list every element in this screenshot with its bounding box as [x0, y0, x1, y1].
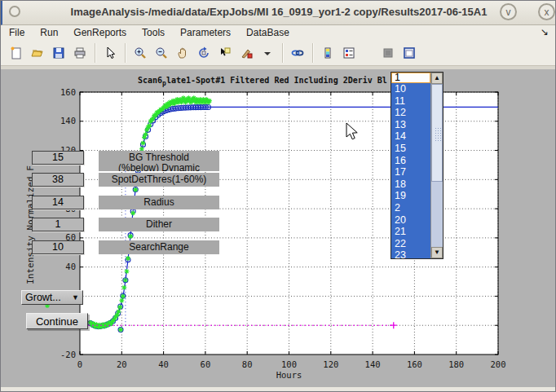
searchrange-input[interactable]: 10 — [32, 240, 84, 254]
list-item-22[interactable]: 22 — [391, 238, 430, 250]
list-item-12[interactable]: 12 — [391, 107, 430, 119]
menu-item-genreports[interactable]: GenReports — [73, 27, 126, 38]
list-item-13[interactable]: 13 — [391, 119, 430, 131]
window-title: ImageAnalysis-/media/data/ExpJobs/MI 16_… — [2, 6, 555, 18]
list-item-21[interactable]: 21 — [391, 226, 430, 238]
pan-hand-icon[interactable] — [172, 42, 193, 64]
spot-number-listbox[interactable]: 110111213141516171819220212223 ▲ ▼ — [391, 72, 443, 259]
list-item-16[interactable]: 16 — [391, 155, 430, 167]
bg-threshold-label: BG Threshold(%below) Dynamic — [99, 151, 219, 171]
list-item-20[interactable]: 20 — [391, 214, 430, 227]
list-item-10[interactable]: 10 — [391, 83, 430, 95]
chevron-down-icon: ▼ — [72, 293, 79, 302]
data-cursor-icon[interactable] — [214, 42, 236, 64]
list-item-1[interactable]: 1 — [391, 73, 430, 83]
list-item-17[interactable]: 17 — [391, 166, 430, 178]
scroll-down-icon[interactable]: ▼ — [431, 247, 443, 258]
scrollbar-thumb[interactable] — [431, 84, 443, 182]
dither-input[interactable]: 1 — [32, 218, 84, 231]
colorbar-icon[interactable] — [317, 42, 338, 64]
spotdetthres-label: SpotDetThres(1-60%) — [99, 173, 219, 187]
brush-dropdown-icon[interactable] — [257, 42, 278, 64]
dither-label: Dither — [99, 218, 219, 231]
open-folder-icon[interactable] — [27, 42, 48, 64]
list-item-15[interactable]: 15 — [391, 143, 430, 155]
menu-item-parameters[interactable]: Parameters — [180, 27, 231, 38]
legend-icon[interactable] — [338, 42, 360, 64]
save-icon[interactable] — [48, 42, 69, 64]
menu-overflow-icon[interactable]: ↘ — [541, 26, 549, 37]
growth-model-label: Growt... — [25, 292, 61, 303]
brush-icon[interactable] — [236, 42, 257, 64]
searchrange-label: SearchRange — [99, 240, 219, 254]
spotdetthres-input[interactable]: 38 — [32, 173, 84, 187]
toolbar — [1, 40, 555, 66]
growth-model-dropdown[interactable]: Growt... ▼ — [21, 290, 83, 305]
toolbar-separator — [282, 43, 283, 63]
rotate-3d-icon[interactable] — [193, 42, 214, 64]
scroll-up-icon[interactable]: ▲ — [431, 73, 443, 84]
bg-threshold-input[interactable]: 15 — [32, 151, 84, 165]
list-item-11[interactable]: 11 — [391, 95, 430, 108]
dock-window-icon[interactable] — [399, 42, 420, 64]
link-plots-icon[interactable] — [287, 42, 308, 64]
list-item-14[interactable]: 14 — [391, 130, 430, 143]
zoom-in-icon[interactable] — [130, 42, 151, 64]
print-icon[interactable] — [69, 42, 90, 64]
title-bar: ImageAnalysis-/media/data/ExpJobs/MI 16_… — [1, 1, 555, 25]
menu-item-run[interactable]: Run — [40, 27, 58, 38]
listbox-items: 110111213141516171819220212223 — [391, 73, 430, 258]
list-item-23[interactable]: 23 — [391, 249, 430, 258]
figure-background — [1, 69, 556, 387]
continue-button[interactable]: Continue — [26, 313, 88, 329]
list-item-2[interactable]: 2 — [391, 202, 430, 214]
toolbar-separator — [312, 43, 313, 63]
zoom-out-icon[interactable] — [151, 42, 172, 64]
toolbar-separator — [95, 43, 95, 63]
radius-label: Radius — [99, 196, 219, 209]
shade-window-icon[interactable]: v — [500, 3, 517, 20]
new-file-icon[interactable] — [6, 42, 27, 64]
menu-item-file[interactable]: File — [9, 27, 24, 38]
menu-bar: FileRunGenReportsToolsParametersDataBase… — [1, 25, 555, 40]
list-item-19[interactable]: 19 — [391, 190, 430, 202]
window-bottom-border — [1, 387, 555, 392]
disabled-square-icon[interactable] — [377, 42, 399, 64]
close-window-icon[interactable]: x — [538, 3, 555, 20]
menu-item-tools[interactable]: Tools — [142, 27, 165, 38]
menu-item-database[interactable]: DataBase — [246, 27, 289, 38]
radius-input[interactable]: 14 — [32, 196, 84, 209]
pointer-icon[interactable] — [99, 42, 121, 64]
scrollbar-grip — [435, 127, 441, 142]
list-item-18[interactable]: 18 — [391, 178, 430, 191]
listbox-scrollbar[interactable]: ▲ ▼ — [430, 73, 443, 258]
app-window: ImageAnalysis-/media/data/ExpJobs/MI 16_… — [0, 0, 556, 392]
toolbar-separator — [125, 43, 126, 63]
scrollbar-track[interactable] — [431, 84, 443, 247]
